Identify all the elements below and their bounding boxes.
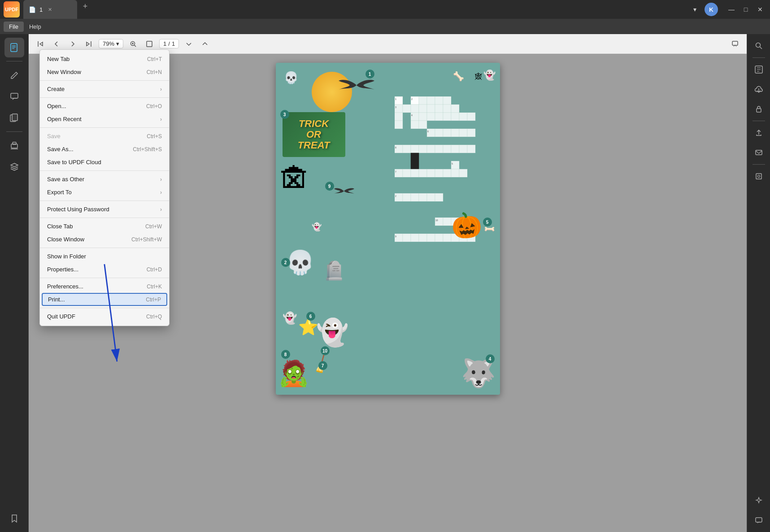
chat-tool-button[interactable] [751,512,767,528]
dm-sep-8 [40,278,169,278]
menu-new-window-label: New Window [47,69,147,75]
menu-quit-label: Quit UPDF [47,313,146,320]
pdf-page: 💀 1 🦴 🕸 👻 TRICKORTREAT 3 🏚 [276,63,500,395]
menu-quit[interactable]: Quit UPDF Ctrl+Q [40,310,169,323]
svg-rect-33 [419,113,427,121]
svg-rect-56 [435,145,443,153]
svg-rect-53 [411,145,419,153]
maximize-button[interactable]: □ [740,3,752,16]
svg-rect-35 [435,113,443,121]
rs-divider-3 [753,164,765,165]
sidebar-item-comment[interactable] [4,87,24,106]
menu-new-window[interactable]: New Window Ctrl+N [40,65,169,78]
menu-show-folder[interactable]: Show in Folder [40,250,169,263]
close-button[interactable]: ✕ [754,3,766,16]
sidebar-item-layers[interactable] [4,157,24,177]
minimize-button[interactable]: — [725,3,738,16]
scan-tool-button[interactable] [751,168,767,184]
menu-close-window[interactable]: Close Window Ctrl+Shift+W [40,233,169,246]
rs-divider-2 [753,121,765,121]
sidebar-item-document[interactable] [4,38,24,57]
menu-export-to-arrow: › [160,189,162,196]
scroll-up-button[interactable] [199,38,211,50]
zoom-in-button[interactable] [127,38,139,50]
menu-help[interactable]: Help [24,22,47,32]
ai-tool-button[interactable] [751,493,767,509]
svg-text:4: 4 [411,114,413,117]
first-page-button[interactable] [34,38,47,50]
menu-file-label: File [9,23,18,30]
dm-sep-5 [40,201,169,201]
scroll-down-button[interactable] [183,38,195,50]
menu-print-shortcut: Ctrl+P [146,297,161,303]
menu-save-label: Save [47,133,147,140]
svg-rect-42 [419,121,427,129]
menu-properties-shortcut: Ctrl+D [147,266,162,273]
fit-page-button[interactable] [143,38,156,50]
annotation-button[interactable] [729,38,741,50]
menu-save-as-shortcut: Ctrl+Shift+S [133,146,162,153]
menu-preferences[interactable]: Preferences... Ctrl+K [40,280,169,293]
menu-close-window-label: Close Window [47,236,131,243]
rs-bottom-section [751,493,767,528]
tab-close-button[interactable]: ✕ [46,6,53,13]
menu-export-to[interactable]: Export To › [40,186,169,199]
main-layout: 79% ▾ 1 / 1 [0,34,770,532]
menu-create[interactable]: Create › [40,83,169,96]
menu-properties-label: Properties... [47,266,147,273]
sidebar-item-bookmark[interactable] [4,509,24,528]
svg-rect-55 [427,145,435,153]
zoom-control[interactable]: 79% ▾ [99,39,123,48]
menu-save-as[interactable]: Save As... Ctrl+Shift+S [40,143,169,156]
svg-text:8: 8 [395,146,396,149]
mail-tool-button[interactable] [751,144,767,161]
menu-open-recent[interactable]: Open Recent › [40,113,169,126]
menu-close-tab[interactable]: Close Tab Ctrl+W [40,220,169,233]
last-page-button[interactable] [83,38,95,50]
svg-text:6: 6 [427,130,429,133]
sidebar-item-stamp[interactable] [4,135,24,155]
add-tab-button[interactable]: + [79,0,91,13]
svg-text:2: 2 [411,98,413,100]
sidebar-item-edit[interactable] [4,65,24,85]
right-sidebar [747,34,770,532]
menu-print[interactable]: Print... Ctrl+P [42,293,167,306]
menu-save-cloud[interactable]: Save to UPDF Cloud [40,156,169,169]
svg-rect-101 [757,109,761,112]
user-avatar[interactable]: K [705,3,718,16]
svg-rect-74 [459,169,467,177]
svg-rect-28 [443,105,451,113]
ocr-tool-button[interactable] [751,61,767,78]
menu-quit-shortcut: Ctrl+Q [146,314,162,320]
lock-tool-button[interactable] [751,101,767,117]
menu-open-recent-label: Open Recent [47,116,160,122]
dm-sep-2 [40,97,169,98]
menu-file[interactable]: File [4,22,24,32]
menu-protect-password[interactable]: Protect Using Password › [40,203,169,216]
tabs-dropdown-button[interactable]: ▾ [688,3,701,16]
dm-sep-4 [40,170,169,171]
svg-rect-38 [459,113,467,121]
next-page-button[interactable] [66,38,79,50]
prev-page-button[interactable] [50,38,63,50]
sidebar-divider-1 [6,61,22,61]
share-tool-button[interactable] [751,125,767,141]
menu-save[interactable]: Save Ctrl+S [40,130,169,143]
sidebar-item-pages[interactable] [4,108,24,128]
menu-open[interactable]: Open... Ctrl+O [40,100,169,113]
svg-rect-11 [147,41,152,47]
file-dropdown-menu: New Tab Ctrl+T New Window Ctrl+N Create … [39,49,170,326]
search-tool-button[interactable] [751,38,767,54]
menu-save-as-label: Save As... [47,146,133,153]
badge-7: 7 [318,361,327,370]
menu-properties[interactable]: Properties... Ctrl+D [40,263,169,276]
menu-save-as-other[interactable]: Save as Other › [40,173,169,186]
menu-new-tab-label: New Tab [47,56,147,62]
menu-preferences-shortcut: Ctrl+K [147,283,162,290]
menu-new-tab[interactable]: New Tab Ctrl+T [40,52,169,65]
tab-1[interactable]: 📄 1 ✕ [23,0,77,19]
dm-sep-6 [40,218,169,218]
svg-rect-69 [419,169,427,177]
save-cloud-button[interactable] [751,81,767,97]
menu-close-window-shortcut: Ctrl+Shift+W [131,236,162,243]
